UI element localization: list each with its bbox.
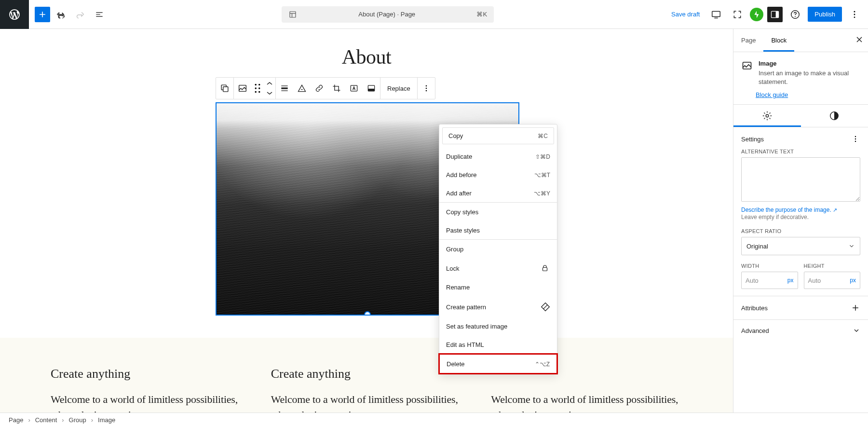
width-input[interactable]: Auto px: [741, 272, 798, 289]
svg-point-20: [258, 91, 260, 93]
move-arrows: [264, 78, 275, 99]
column-body[interactable]: Welcome to a world of limitless possibil…: [491, 392, 682, 413]
crop-button[interactable]: [328, 78, 345, 99]
advanced-panel[interactable]: Advanced: [733, 320, 868, 341]
document-switcher[interactable]: About (Page) · Page ⌘K: [282, 6, 494, 23]
chevron-down-icon: [848, 243, 855, 249]
height-input[interactable]: Auto px: [804, 272, 861, 289]
ctx-copy-styles[interactable]: Copy styles: [439, 203, 557, 221]
attributes-panel[interactable]: Attributes: [733, 296, 868, 320]
block-name: Image: [759, 60, 860, 67]
alt-text-help-sub: Leave empty if decorative.: [741, 214, 809, 220]
tab-block[interactable]: Block: [763, 29, 794, 52]
crumb-image[interactable]: Image: [98, 416, 115, 424]
ctx-group[interactable]: Group: [439, 240, 557, 258]
alt-text-field[interactable]: [741, 157, 860, 202]
ctx-lock[interactable]: Lock: [439, 258, 557, 278]
alt-text-help-link[interactable]: Describe the purpose of the image.: [741, 207, 831, 213]
chevron-right-icon: ›: [62, 416, 64, 424]
select-parent-button[interactable]: [216, 78, 233, 99]
crumb-group[interactable]: Group: [69, 416, 86, 424]
svg-rect-3: [712, 11, 720, 16]
add-block-button[interactable]: [35, 7, 50, 22]
pattern-icon: [541, 302, 550, 312]
svg-point-11: [854, 16, 855, 18]
svg-point-8: [795, 16, 796, 17]
svg-point-39: [855, 141, 856, 142]
redo-button[interactable]: [71, 6, 89, 23]
svg-rect-13: [223, 87, 228, 92]
svg-rect-31: [543, 268, 547, 271]
replace-button[interactable]: Replace: [380, 78, 417, 99]
link-button[interactable]: [311, 78, 328, 99]
undo-button[interactable]: [52, 6, 69, 23]
move-up-button[interactable]: [264, 79, 275, 88]
alt-text-label: Alternative Text: [741, 149, 860, 154]
svg-point-28: [425, 85, 427, 87]
ctx-add-before[interactable]: Add before ⌥⌘T: [439, 165, 557, 184]
drag-handle[interactable]: [251, 78, 264, 99]
tab-page[interactable]: Page: [733, 29, 763, 52]
column-2[interactable]: Create anything Welcome to a world of li…: [271, 367, 462, 413]
subtab-settings[interactable]: [733, 105, 801, 127]
svg-point-29: [425, 88, 427, 89]
crumb-page[interactable]: Page: [9, 416, 23, 424]
block-header: Image Insert an image to make a visual s…: [733, 52, 868, 90]
wordpress-logo[interactable]: [0, 0, 29, 29]
caption-button[interactable]: [293, 78, 311, 99]
height-unit[interactable]: px: [850, 277, 856, 284]
column-heading[interactable]: Create anything: [51, 367, 242, 381]
settings-sidebar: Page Block Image Insert an image to make…: [733, 29, 868, 413]
page-title[interactable]: About: [0, 45, 733, 69]
settings-panel-title: Settings: [741, 136, 764, 143]
view-desktop-button[interactable]: [707, 6, 725, 23]
svg-point-16: [258, 84, 260, 86]
document-title: About (Page) · Page: [303, 11, 471, 18]
column-body[interactable]: Welcome to a world of limitless possibil…: [271, 392, 462, 413]
height-label: Height: [804, 263, 861, 269]
column-1[interactable]: Create anything Welcome to a world of li…: [51, 367, 242, 413]
settings-panel: Settings Alternative Text Describe the p…: [733, 127, 868, 296]
block-more-options-button[interactable]: [418, 78, 435, 99]
lock-icon: [541, 264, 550, 273]
editor-canvas[interactable]: About: [0, 29, 733, 413]
width-label: Width: [741, 263, 798, 269]
block-guide-link[interactable]: Block guide: [756, 91, 788, 98]
block-type-image-button[interactable]: [234, 78, 251, 99]
external-link-icon: ↗: [833, 207, 837, 213]
fullscreen-button[interactable]: [729, 6, 746, 23]
duotone-button[interactable]: [363, 78, 380, 99]
ctx-add-after[interactable]: Add after ⌥⌘Y: [439, 184, 557, 202]
ctx-copy[interactable]: Copy ⌘C: [442, 127, 554, 144]
column-heading[interactable]: Create anything: [271, 367, 462, 381]
resize-handle-bottom[interactable]: [364, 311, 371, 316]
save-draft-button[interactable]: Save draft: [667, 11, 704, 18]
ctx-rename[interactable]: Rename: [439, 278, 557, 296]
ctx-delete[interactable]: Delete ⌃⌥Z: [440, 355, 556, 373]
top-left-tools: [29, 6, 108, 23]
ctx-create-pattern[interactable]: Create pattern: [439, 296, 557, 317]
close-sidebar-button[interactable]: [854, 35, 864, 44]
svg-rect-27: [368, 89, 374, 91]
subtab-styles[interactable]: [801, 105, 868, 127]
ctx-duplicate[interactable]: Duplicate ⇧⌘D: [439, 147, 557, 165]
aspect-ratio-label: Aspect Ratio: [741, 228, 860, 234]
ctx-set-featured[interactable]: Set as featured image: [439, 317, 557, 335]
aspect-ratio-select[interactable]: Original: [741, 237, 860, 255]
document-overview-button[interactable]: [91, 6, 108, 23]
jetpack-icon[interactable]: [750, 8, 763, 21]
ctx-edit-html[interactable]: Edit as HTML: [439, 335, 557, 354]
column-body[interactable]: Welcome to a world of limitless possibil…: [51, 392, 242, 413]
crumb-content[interactable]: Content: [35, 416, 57, 424]
more-options-button[interactable]: [846, 6, 863, 23]
move-down-button[interactable]: [264, 88, 275, 98]
width-unit[interactable]: px: [787, 277, 794, 284]
settings-more-icon[interactable]: [851, 134, 860, 144]
settings-sidebar-toggle[interactable]: [767, 7, 783, 22]
ctx-paste-styles[interactable]: Paste styles: [439, 221, 557, 239]
publish-button[interactable]: Publish: [808, 7, 842, 22]
text-overlay-button[interactable]: [345, 78, 363, 99]
chevron-right-icon: ›: [28, 416, 30, 424]
help-button[interactable]: [787, 6, 804, 23]
align-button[interactable]: [276, 78, 293, 99]
